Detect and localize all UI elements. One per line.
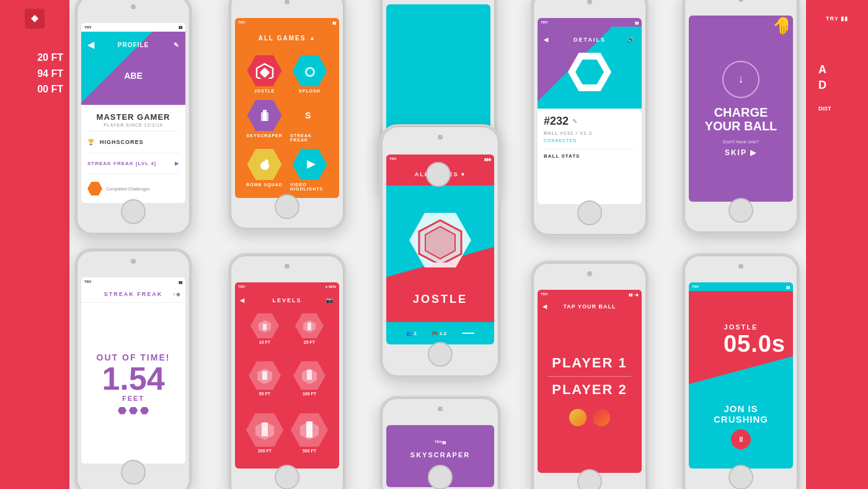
charge-arrow-icon: ↓ bbox=[738, 73, 744, 86]
level-500ft-label: 500 FT bbox=[303, 449, 316, 453]
svg-rect-22 bbox=[306, 421, 312, 437]
levels-back-btn[interactable]: ◀ bbox=[240, 297, 246, 303]
left-edge-panel: 20 FT 94 FT 00 FT bbox=[0, 0, 69, 489]
svg-text:S: S bbox=[305, 110, 311, 120]
charge-title: CHARGEYOUR BALL bbox=[705, 105, 777, 133]
svg-rect-6 bbox=[261, 112, 268, 121]
phone-crushing: TRY▮▮ JOSTLE 05.0s JON ISCRUSHING ⏸ bbox=[682, 253, 800, 489]
phone-levels: TRY● 99% ◀ LEVELS 📷 10 FT bbox=[228, 253, 346, 489]
completed-label: Completed Challenges bbox=[106, 187, 150, 191]
phone-streak: TRY▮▮ STREAK FREAK ○◆ OUT OF TIME! 1.54 … bbox=[74, 248, 192, 489]
streak-freak-row[interactable]: STREAK FREAK [LVL 4] ▶ bbox=[81, 157, 185, 170]
game-skyscraper-label: SKYSCRAPER bbox=[246, 133, 283, 138]
game-item-video[interactable]: VIDEO HIGHLIGHTS bbox=[290, 149, 329, 192]
game-item-streakfreak[interactable]: S STREAK FREAK bbox=[290, 100, 329, 143]
score-100ft: 00 FT bbox=[6, 81, 63, 97]
phone-charge: ✋ ↓ CHARGEYOUR BALL Don't have one? SKIP… bbox=[682, 0, 800, 235]
jostle-header-crushing: JOSTLE bbox=[696, 323, 786, 331]
trophy-icon: 🏆 bbox=[87, 139, 95, 145]
levels-title: LEVELS bbox=[272, 297, 301, 303]
level-100ft[interactable]: 100 FT bbox=[290, 361, 329, 408]
level-50ft-label: 50 FT bbox=[259, 392, 270, 396]
details-back-btn[interactable]: ◀ bbox=[544, 37, 549, 43]
details-sound-btn[interactable]: 🔊 bbox=[627, 37, 636, 43]
phone-details: TRY▮▮ ◀ DETAILS 🔊 #232 ✎ BALL #232 / V1.… bbox=[531, 0, 649, 237]
svg-rect-14 bbox=[308, 323, 311, 330]
jostle-levels: 🎮 1-2 bbox=[432, 331, 446, 336]
level-25ft-label: 25 FT bbox=[304, 340, 315, 344]
svg-marker-0 bbox=[31, 15, 38, 22]
phone-skyscraper: TRY▮▮ SKYSCRAPER 📷 bbox=[379, 396, 501, 489]
tap-ball-2[interactable] bbox=[593, 409, 610, 426]
right-edge-text: AD bbox=[818, 62, 831, 93]
streak-settings-icon[interactable]: ○◆ bbox=[173, 291, 180, 297]
hand-icon: ✋ bbox=[771, 16, 793, 36]
ball-edit-icon[interactable]: ✎ bbox=[572, 118, 577, 125]
ball-number: #232 bbox=[544, 115, 569, 128]
skyscraper-cam-icon[interactable]: 📷 bbox=[436, 464, 445, 472]
svg-rect-16 bbox=[262, 371, 267, 380]
tap-player2: PLAYER 2 bbox=[552, 382, 627, 398]
ball-connected: CONNECTED bbox=[544, 138, 636, 143]
game-video-label: VIDEO HIGHLIGHTS bbox=[290, 182, 329, 191]
game-item-bombsquad[interactable]: BOMB SQUAD bbox=[245, 149, 284, 192]
tap-ball-1[interactable] bbox=[569, 409, 587, 426]
game-item-skyscraper[interactable]: SKYSCRAPER bbox=[245, 100, 284, 143]
profile-name: MASTER GAMER bbox=[81, 109, 185, 123]
crushing-message: JON ISCRUSHING bbox=[714, 403, 768, 424]
streak-unit: FEET bbox=[122, 395, 144, 402]
level-200ft-label: 200 FT bbox=[258, 449, 272, 453]
levels-cam-icon[interactable]: 📷 bbox=[326, 297, 334, 303]
right-edge-dist: DIST bbox=[818, 105, 831, 112]
jostle-game-title: JOSTLE bbox=[386, 293, 494, 306]
jostle-menu-icon[interactable] bbox=[462, 333, 474, 334]
svg-rect-20 bbox=[262, 423, 268, 436]
streak-icon-2 bbox=[129, 407, 138, 415]
allgames-header: ALL GAMES ▲ bbox=[235, 27, 339, 49]
score-20ft: 20 FT bbox=[6, 50, 63, 66]
phone-profile: TRY▮▮ ◀ PROFILE ✎ ABE MASTER GAMER PLAYE… bbox=[74, 0, 192, 236]
profile-back-btn[interactable]: ◀ bbox=[87, 40, 95, 50]
game-jostle-label: JOSTLE bbox=[254, 89, 275, 93]
game-streakfreak-label: STREAK FREAK bbox=[290, 133, 329, 142]
profile-edit-btn[interactable]: ✎ bbox=[174, 42, 179, 48]
game-bombsquad-label: BOMB SQUAD bbox=[246, 182, 283, 187]
streak-freak-label: STREAK FREAK [LVL 4] bbox=[87, 161, 156, 166]
tap-header: ◀ TAP YOUR BALL bbox=[538, 298, 642, 315]
profile-title: PROFILE bbox=[118, 42, 149, 48]
game-item-splosh[interactable]: SPLOSH bbox=[290, 55, 329, 94]
details-title: DETAILS bbox=[574, 37, 606, 43]
right-edge-panel: TRY ▮▮ AD DIST bbox=[806, 0, 868, 489]
ball-info: BALL #232 / V1.2 bbox=[544, 130, 636, 136]
charge-skip-btn[interactable]: SKIP ▶ bbox=[725, 148, 757, 157]
profile-since: PLAYER SINCE 12/2/16 bbox=[81, 123, 185, 127]
game-splosh-label: SPLOSH bbox=[299, 89, 321, 93]
level-500ft[interactable]: 500 FT bbox=[290, 413, 329, 465]
tap-back-btn[interactable]: ◀ bbox=[542, 303, 547, 310]
level-25ft[interactable]: 25 FT bbox=[290, 313, 329, 356]
streak-icon-1 bbox=[118, 407, 126, 415]
highscores-label: HIGHSCORES bbox=[100, 139, 144, 145]
level-10ft[interactable]: 10 FT bbox=[245, 313, 285, 356]
score-94ft: 94 FT bbox=[6, 66, 63, 82]
tap-player1: PLAYER 1 bbox=[552, 355, 627, 371]
profile-avatar: ABE bbox=[124, 71, 143, 81]
svg-rect-2 bbox=[259, 68, 270, 78]
crushing-timer: 05.0s bbox=[724, 331, 786, 357]
phone-allgames: TRY▮▮ ALL GAMES ▲ JOSTLE SPLOSH bbox=[228, 0, 346, 231]
ball-stats[interactable]: BALL STATS bbox=[544, 149, 636, 159]
streak-freak-arrow: ▶ bbox=[175, 161, 179, 166]
game-item-jostle[interactable]: JOSTLE bbox=[245, 55, 284, 94]
svg-point-4 bbox=[307, 69, 313, 75]
streak-header-title: STREAK FREAK bbox=[104, 291, 163, 297]
streak-distance: 1.54 bbox=[102, 362, 164, 395]
level-50ft[interactable]: 50 FT bbox=[245, 361, 285, 408]
jostle-players: 👥 2 bbox=[406, 331, 417, 336]
level-100ft-label: 100 FT bbox=[303, 392, 316, 396]
level-200ft[interactable]: 200 FT bbox=[245, 413, 285, 465]
crushing-pause-btn[interactable]: ⏸ bbox=[731, 429, 751, 449]
svg-point-9 bbox=[265, 159, 268, 163]
streak-icon-3 bbox=[140, 407, 149, 415]
svg-rect-12 bbox=[263, 324, 267, 330]
svg-marker-10 bbox=[307, 160, 316, 169]
